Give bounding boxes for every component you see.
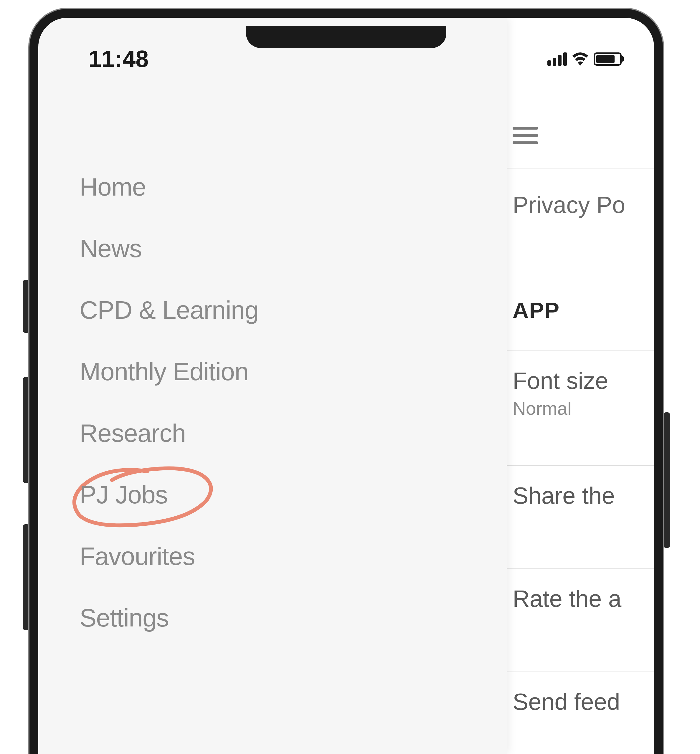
status-icons <box>547 52 622 66</box>
status-time: 11:48 <box>88 45 149 72</box>
rate-app-row[interactable]: Rate the a <box>498 568 654 629</box>
app-section-header: APP <box>512 298 560 323</box>
phone-side-button-mute <box>23 280 30 333</box>
privacy-policy-row[interactable]: Privacy Po <box>512 192 625 219</box>
drawer-item-cpd-learning[interactable]: CPD & Learning <box>80 279 507 341</box>
share-label: Share the <box>512 482 639 509</box>
battery-icon <box>594 52 622 66</box>
drawer-item-label: PJ Jobs <box>80 480 168 509</box>
phone-side-button-volume-up <box>23 377 30 483</box>
drawer-item-monthly-edition[interactable]: Monthly Edition <box>80 341 507 402</box>
header-divider <box>498 168 654 169</box>
phone-notch <box>246 26 446 48</box>
phone-side-button-power <box>664 412 670 548</box>
drawer-item-home[interactable]: Home <box>80 156 507 218</box>
drawer-item-settings[interactable]: Settings <box>80 587 507 649</box>
wifi-icon <box>572 52 588 66</box>
font-size-row[interactable]: Font size Normal <box>498 351 654 435</box>
navigation-drawer: Home News CPD & Learning Monthly Edition… <box>38 18 507 754</box>
phone-side-button-volume-down <box>23 524 30 630</box>
send-label: Send feed <box>512 688 639 715</box>
privacy-policy-label: Privacy Po <box>512 192 625 218</box>
main-content: Privacy Po APP Font size Normal Share th… <box>498 18 654 754</box>
screen-content: 11:48 Home <box>38 18 654 754</box>
hamburger-menu-icon[interactable] <box>512 126 538 144</box>
rate-label: Rate the a <box>512 585 639 612</box>
drawer-item-pj-jobs[interactable]: PJ Jobs <box>80 464 507 525</box>
send-feedback-row[interactable]: Send feed <box>498 671 654 732</box>
cellular-signal-icon <box>547 52 567 66</box>
font-size-label: Font size <box>512 367 639 394</box>
drawer-item-research[interactable]: Research <box>80 402 507 464</box>
drawer-item-news[interactable]: News <box>80 218 507 279</box>
drawer-item-favourites[interactable]: Favourites <box>80 525 507 587</box>
phone-frame: 11:48 Home <box>30 9 663 754</box>
share-app-row[interactable]: Share the <box>498 465 654 525</box>
font-size-value: Normal <box>512 398 639 419</box>
